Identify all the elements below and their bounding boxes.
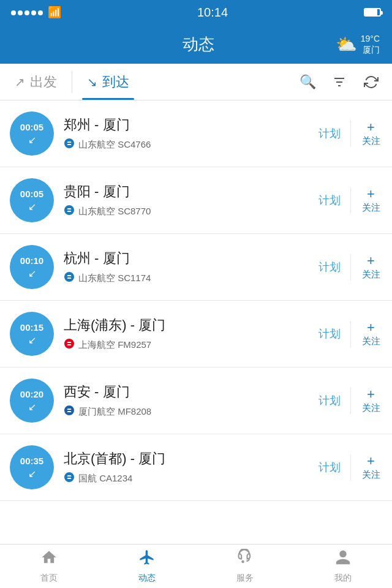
follow-label: 关注: [362, 336, 380, 347]
flight-time-badge: 00:15 ↙: [10, 312, 54, 356]
airline-name: 山东航空 SC8770: [78, 206, 151, 217]
flight-follow-button[interactable]: + 关注: [350, 254, 382, 281]
follow-label: 关注: [362, 269, 380, 281]
airline-name: 山东航空 SC4766: [78, 139, 151, 151]
nav-flights[interactable]: 动态: [98, 545, 196, 588]
nav-home[interactable]: 首页: [0, 545, 98, 588]
flight-direction-icon: ↙: [28, 334, 36, 346]
flight-route: 北京(首都) - 厦门: [64, 450, 318, 468]
flight-time-badge: 00:20 ↙: [10, 379, 54, 423]
tab-arrival-label: 到达: [102, 73, 129, 91]
flight-time-badge: 00:05 ↙: [10, 111, 54, 156]
flight-direction-icon: ↙: [28, 268, 36, 279]
flight-status: 计划: [318, 260, 341, 274]
flight-status: 计划: [318, 326, 341, 341]
airline-logo-icon: [64, 338, 75, 352]
signal-dots: [11, 7, 45, 18]
flight-status: 计划: [318, 126, 341, 141]
follow-plus-icon: +: [367, 187, 375, 201]
search-button[interactable]: 🔍: [293, 67, 322, 97]
follow-label: 关注: [362, 202, 380, 214]
airline-logo-icon: [64, 271, 75, 285]
flight-info: 杭州 - 厦门 山东航空 SC1174: [64, 249, 318, 285]
flight-direction-icon: ↙: [28, 201, 36, 213]
flight-route: 上海(浦东) - 厦门: [64, 316, 318, 334]
departure-arrow-icon: ↗: [15, 75, 25, 89]
airline-name: 上海航空 FM9257: [78, 339, 151, 351]
airline-logo-icon: [64, 472, 75, 485]
flight-time: 00:35: [20, 456, 43, 467]
airline-name: 厦门航空 MF8208: [78, 406, 151, 418]
status-bar: 📶 10:14: [0, 0, 392, 24]
bottom-nav: 首页 动态 服务 我的: [0, 544, 392, 588]
nav-service-label: 服务: [236, 573, 254, 584]
flight-info: 北京(首都) - 厦门 国航 CA1234: [64, 450, 318, 485]
flight-item[interactable]: 00:05 ↙ 贵阳 - 厦门 山东航空 SC8770 计划 + 关注: [0, 167, 392, 234]
status-right: [364, 8, 381, 17]
flight-route: 西安 - 厦门: [64, 383, 318, 401]
flight-item[interactable]: 00:15 ↙ 上海(浦东) - 厦门 上海航空 FM9257 计划 + 关注: [0, 301, 392, 368]
weather-temp: 19°C: [361, 33, 380, 44]
tab-departure[interactable]: ↗ 出发: [0, 64, 72, 100]
follow-label: 关注: [362, 469, 380, 481]
page-title: 动态: [61, 34, 336, 55]
flight-info: 上海(浦东) - 厦门 上海航空 FM9257: [64, 316, 318, 352]
nav-profile[interactable]: 我的: [294, 545, 392, 588]
flight-follow-button[interactable]: + 关注: [350, 388, 382, 414]
flight-direction-icon: ↙: [28, 134, 36, 146]
flight-time: 00:10: [20, 255, 43, 266]
weather-widget: ⛅ 19°C 厦门: [336, 33, 380, 55]
nav-home-label: 首页: [40, 573, 58, 584]
flight-airline: 厦门航空 MF8208: [64, 405, 318, 418]
airline-logo-icon: [64, 138, 75, 151]
nav-profile-label: 我的: [334, 573, 352, 584]
follow-plus-icon: +: [367, 254, 375, 268]
profile-icon: [334, 549, 352, 570]
follow-label: 关注: [362, 402, 380, 414]
flight-time-badge: 00:35 ↙: [10, 445, 54, 489]
flight-airline: 山东航空 SC4766: [64, 138, 318, 151]
flight-airline: 山东航空 SC1174: [64, 271, 318, 285]
flight-info: 贵阳 - 厦门 山东航空 SC8770: [64, 183, 318, 218]
follow-plus-icon: +: [367, 454, 375, 468]
flight-route: 杭州 - 厦门: [64, 249, 318, 268]
flight-item[interactable]: 00:10 ↙ 杭州 - 厦门 山东航空 SC1174 计划 + 关注: [0, 234, 392, 301]
flight-time: 00:15: [20, 322, 43, 333]
flight-time: 00:20: [20, 389, 43, 400]
flight-item[interactable]: 00:05 ↙ 郑州 - 厦门 山东航空 SC4766 计划 + 关注: [0, 100, 392, 167]
flight-follow-button[interactable]: + 关注: [350, 454, 382, 481]
flight-direction-icon: ↙: [28, 468, 36, 480]
tab-actions: 🔍: [293, 67, 392, 97]
tab-bar: ↗ 出发 ↘ 到达 🔍: [0, 64, 392, 100]
nav-flights-label: 动态: [138, 573, 156, 584]
follow-plus-icon: +: [367, 321, 375, 334]
svg-point-3: [242, 561, 243, 562]
flight-airline: 国航 CA1234: [64, 472, 318, 485]
flight-follow-button[interactable]: + 关注: [350, 121, 382, 147]
flight-item[interactable]: 00:20 ↙ 西安 - 厦门 厦门航空 MF8208 计划 + 关注: [0, 368, 392, 434]
flight-airline: 上海航空 FM9257: [64, 338, 318, 352]
tab-arrival[interactable]: ↘ 到达: [72, 64, 144, 100]
flight-follow-button[interactable]: + 关注: [350, 321, 382, 347]
follow-label: 关注: [362, 135, 380, 147]
airline-logo-icon: [64, 405, 75, 418]
flight-follow-button[interactable]: + 关注: [350, 187, 382, 214]
nav-service[interactable]: 服务: [196, 545, 294, 588]
flight-icon: [138, 549, 156, 570]
service-icon: [236, 549, 254, 570]
status-left: 📶: [11, 6, 61, 19]
flight-status: 计划: [318, 460, 341, 475]
filter-button[interactable]: [325, 67, 354, 97]
tab-departure-label: 出发: [30, 73, 57, 91]
follow-plus-icon: +: [367, 388, 375, 401]
flight-info: 西安 - 厦门 厦门航空 MF8208: [64, 383, 318, 418]
flight-time: 00:05: [20, 122, 43, 133]
refresh-button[interactable]: [356, 67, 386, 97]
weather-city: 厦门: [361, 44, 380, 55]
flight-item[interactable]: 00:35 ↙ 北京(首都) - 厦门 国航 CA1234 计划 + 关注: [0, 434, 392, 501]
flight-route: 郑州 - 厦门: [64, 116, 318, 134]
flight-direction-icon: ↙: [28, 401, 36, 413]
flight-info: 郑州 - 厦门 山东航空 SC4766: [64, 116, 318, 151]
arrival-arrow-icon: ↘: [87, 75, 97, 89]
airline-name: 国航 CA1234: [78, 473, 132, 484]
